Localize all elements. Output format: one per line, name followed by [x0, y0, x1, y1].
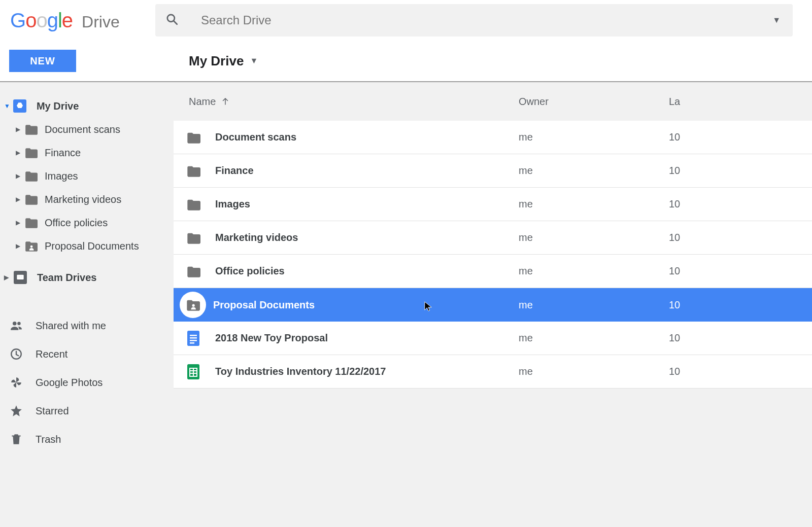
- file-row[interactable]: Toy Industries Inventory 11/22/2017me10: [174, 355, 812, 389]
- drive-icon: [13, 99, 26, 113]
- sidebar-folder[interactable]: ▶Document scans: [0, 118, 174, 141]
- cell-owner: me: [519, 165, 669, 177]
- sidebar-nav-label: Starred: [36, 405, 69, 417]
- shared-folder-icon: [24, 240, 38, 252]
- cell-name: Finance: [174, 163, 519, 179]
- file-name: Images: [215, 198, 250, 210]
- sidebar-nav: Shared with meRecentGoogle PhotosStarred…: [0, 311, 174, 453]
- cell-name: Office policies: [174, 264, 519, 279]
- sidebar-team-drives[interactable]: ▶ Team Drives: [0, 266, 174, 289]
- folder-icon: [24, 124, 38, 135]
- folder-icon: [186, 264, 201, 279]
- google-sheet-icon: [186, 364, 201, 379]
- column-header-modified[interactable]: La: [669, 96, 812, 108]
- main-panel: Name Owner La Document scansme10Financem…: [174, 82, 812, 527]
- sidebar-nav-item[interactable]: Google Photos: [0, 368, 174, 397]
- trash-icon: [9, 432, 23, 446]
- file-row[interactable]: Marketing videosme10: [174, 221, 812, 255]
- sidebar-nav-item[interactable]: Shared with me: [0, 311, 174, 340]
- sidebar-nav-item[interactable]: Starred: [0, 397, 174, 425]
- cell-owner: me: [519, 299, 669, 311]
- sidebar-folder[interactable]: ▶Office policies: [0, 211, 174, 234]
- chevron-right-icon: ▶: [14, 196, 21, 203]
- cell-modified: 10: [669, 299, 812, 311]
- file-row[interactable]: Proposal Documentsme10: [174, 288, 812, 322]
- sidebar-root-my-drive[interactable]: ▼ My Drive: [0, 94, 174, 118]
- cell-owner: me: [519, 198, 669, 210]
- cell-name: Images: [174, 197, 519, 212]
- search-options-caret-icon[interactable]: ▼: [772, 16, 781, 25]
- chevron-right-icon: ▶: [14, 172, 21, 180]
- logo-google: Google: [10, 9, 73, 32]
- file-name: Toy Industries Inventory 11/22/2017: [215, 366, 386, 377]
- sort-asc-icon: [221, 97, 230, 106]
- file-name: Document scans: [215, 131, 296, 143]
- folder-icon: [186, 230, 201, 245]
- svg-rect-10: [190, 337, 197, 339]
- google-doc-icon: [186, 331, 201, 346]
- star-icon: [9, 404, 23, 418]
- cell-modified: 10: [669, 198, 812, 210]
- sidebar-folder-label: Images: [45, 170, 78, 182]
- folder-icon: [24, 147, 38, 158]
- file-row[interactable]: 2018 New Toy Proposalme10: [174, 322, 812, 355]
- column-header-owner[interactable]: Owner: [519, 96, 669, 108]
- cell-owner: me: [519, 265, 669, 277]
- column-header-row: Name Owner La: [174, 82, 812, 121]
- cell-name: Marketing videos: [174, 230, 519, 245]
- cell-modified: 10: [669, 165, 812, 177]
- folder-icon: [186, 197, 201, 212]
- cell-owner: me: [519, 131, 669, 143]
- search-input[interactable]: [201, 13, 772, 27]
- cell-modified: 10: [669, 366, 812, 377]
- svg-rect-12: [190, 342, 194, 344]
- photos-icon: [9, 375, 23, 390]
- logo-product: Drive: [82, 13, 120, 31]
- file-row[interactable]: Financeme10: [174, 154, 812, 188]
- breadcrumb-my-drive[interactable]: My Drive ▼: [189, 53, 258, 69]
- search-icon[interactable]: [165, 13, 179, 28]
- sidebar-folder[interactable]: ▶Images: [0, 164, 174, 188]
- caret-down-icon: ▼: [4, 102, 10, 110]
- cell-modified: 10: [669, 265, 812, 277]
- file-name: 2018 New Toy Proposal: [215, 332, 328, 344]
- cell-name: Document scans: [174, 130, 519, 145]
- cell-owner: me: [519, 366, 669, 377]
- folder-icon: [24, 170, 38, 182]
- cell-name: Toy Industries Inventory 11/22/2017: [174, 364, 519, 379]
- column-owner-label: Owner: [519, 96, 549, 107]
- chevron-right-icon: ▶: [14, 242, 21, 250]
- file-row[interactable]: Office policiesme10: [174, 255, 812, 288]
- sidebar-nav-item[interactable]: Trash: [0, 425, 174, 453]
- file-name: Proposal Documents: [213, 299, 315, 311]
- new-button[interactable]: NEW: [9, 50, 76, 72]
- cell-modified: 10: [669, 232, 812, 243]
- file-row[interactable]: Document scansme10: [174, 121, 812, 154]
- chevron-right-icon: ▶: [14, 126, 21, 133]
- file-name: Finance: [215, 165, 254, 177]
- file-name: Office policies: [215, 265, 285, 277]
- sidebar-folder[interactable]: ▶Finance: [0, 141, 174, 164]
- cell-owner: me: [519, 332, 669, 344]
- shared-folder-icon: [180, 292, 206, 318]
- sidebar: ▼ My Drive ▶Document scans▶Finance▶Image…: [0, 82, 174, 527]
- sidebar-folder-label: Finance: [45, 147, 81, 159]
- column-header-name[interactable]: Name: [174, 96, 519, 108]
- sidebar-nav-label: Google Photos: [36, 377, 103, 389]
- sidebar-folder-label: Office policies: [45, 217, 108, 229]
- content: ▼ My Drive ▶Document scans▶Finance▶Image…: [0, 82, 812, 527]
- search-bar[interactable]: ▼: [155, 4, 793, 37]
- sidebar-folder[interactable]: ▶Proposal Documents: [0, 234, 174, 258]
- cell-modified: 10: [669, 131, 812, 143]
- file-row[interactable]: Imagesme10: [174, 188, 812, 221]
- sidebar-nav-label: Shared with me: [36, 320, 106, 332]
- folder-icon: [186, 163, 201, 179]
- folder-icon: [186, 130, 201, 145]
- folder-icon: [24, 217, 38, 228]
- logo[interactable]: Google Drive: [10, 9, 120, 32]
- sidebar-root-label: My Drive: [37, 100, 79, 112]
- sidebar-folder[interactable]: ▶Marketing videos: [0, 188, 174, 211]
- file-list: Document scansme10Financeme10Imagesme10M…: [174, 121, 812, 389]
- clock-icon: [9, 347, 23, 361]
- sidebar-nav-item[interactable]: Recent: [0, 340, 174, 368]
